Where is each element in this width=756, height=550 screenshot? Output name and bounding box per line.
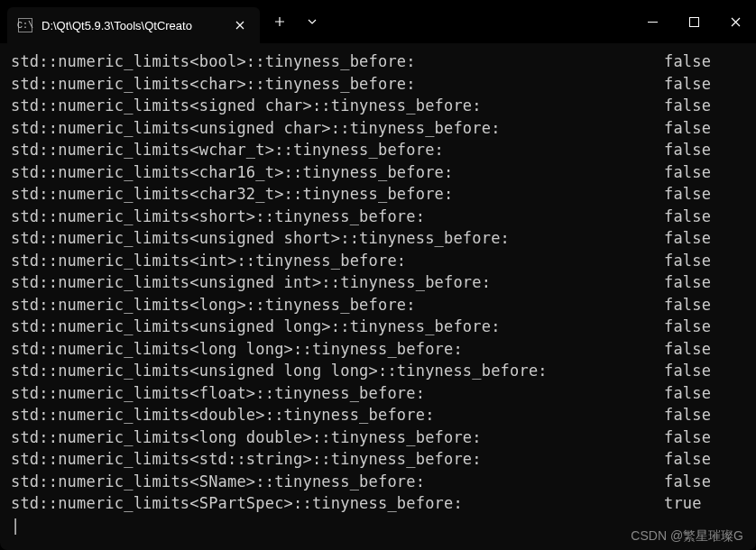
output-value: false (664, 117, 745, 140)
output-value: false (664, 50, 745, 73)
output-value: false (664, 471, 745, 493)
output-label: std::numeric_limits<float>::tinyness_bef… (11, 382, 425, 405)
terminal-output[interactable]: std::numeric_limits<bool>::tinyness_befo… (0, 43, 756, 550)
output-value: false (664, 404, 745, 426)
output-line: std::numeric_limits<wchar_t>::tinyness_b… (11, 139, 745, 161)
output-label: std::numeric_limits<SPartSpec>::tinyness… (11, 492, 463, 515)
output-line: std::numeric_limits<SName>::tinyness_bef… (11, 471, 745, 493)
output-line: std::numeric_limits<char>::tinyness_befo… (11, 73, 745, 96)
tab-dropdown-button[interactable] (296, 5, 328, 38)
output-value: false (664, 183, 745, 206)
output-line: std::numeric_limits<SPartSpec>::tinyness… (11, 492, 745, 515)
output-line: std::numeric_limits<unsigned long>::tiny… (11, 316, 745, 338)
output-label: std::numeric_limits<long long>::tinyness… (11, 338, 463, 361)
output-value: false (664, 206, 745, 228)
output-label: std::numeric_limits<unsigned long long>:… (11, 360, 548, 382)
output-value: false (664, 426, 745, 449)
output-value: false (664, 316, 745, 338)
output-line: std::numeric_limits<unsigned long long>:… (11, 360, 745, 382)
output-label: std::numeric_limits<std::string>::tinyne… (11, 448, 482, 471)
output-label: std::numeric_limits<long>::tinyness_befo… (11, 294, 416, 316)
output-label: std::numeric_limits<unsigned int>::tinyn… (11, 271, 491, 294)
terminal-icon: C:\ (18, 18, 32, 32)
svg-rect-1 (689, 17, 698, 26)
output-label: std::numeric_limits<signed char>::tinyne… (11, 95, 482, 117)
output-label: std::numeric_limits<char16_t>::tinyness_… (11, 161, 453, 184)
tab-title: D:\Qt\Qt5.9.3\Tools\QtCreato (41, 19, 222, 32)
window-controls (632, 4, 756, 40)
output-label: std::numeric_limits<unsigned char>::tiny… (11, 117, 501, 140)
output-label: std::numeric_limits<bool>::tinyness_befo… (11, 50, 416, 73)
watermark: CSDN @繁星璀璨G (631, 528, 743, 545)
active-tab[interactable]: C:\ D:\Qt\Qt5.9.3\Tools\QtCreato (7, 7, 260, 43)
output-value: false (664, 338, 745, 361)
output-line: std::numeric_limits<char16_t>::tinyness_… (11, 161, 745, 184)
output-label: std::numeric_limits<char32_t>::tinyness_… (11, 183, 453, 206)
output-label: std::numeric_limits<double>::tinyness_be… (11, 404, 435, 426)
output-line: std::numeric_limits<unsigned char>::tiny… (11, 117, 745, 140)
output-line: std::numeric_limits<std::string>::tinyne… (11, 448, 745, 471)
output-value: false (664, 271, 745, 294)
output-label: std::numeric_limits<SName>::tinyness_bef… (11, 471, 425, 493)
new-tab-button[interactable] (263, 5, 296, 38)
close-tab-button[interactable] (231, 16, 249, 34)
output-line: std::numeric_limits<char32_t>::tinyness_… (11, 183, 745, 206)
output-line: std::numeric_limits<signed char>::tinyne… (11, 95, 745, 117)
output-line: std::numeric_limits<unsigned short>::tin… (11, 227, 745, 250)
output-label: std::numeric_limits<wchar_t>::tinyness_b… (11, 139, 444, 161)
output-line: std::numeric_limits<long>::tinyness_befo… (11, 294, 745, 316)
output-value: false (664, 227, 745, 250)
output-value: false (664, 95, 745, 117)
output-label: std::numeric_limits<short>::tinyness_bef… (11, 206, 425, 228)
output-value: false (664, 360, 745, 382)
titlebar: C:\ D:\Qt\Qt5.9.3\Tools\QtCreato (0, 0, 756, 43)
output-value: false (664, 294, 745, 316)
output-value: false (664, 139, 745, 161)
output-line: std::numeric_limits<long long>::tinyness… (11, 338, 745, 361)
output-label: std::numeric_limits<int>::tinyness_befor… (11, 250, 406, 272)
close-window-button[interactable] (715, 4, 756, 40)
minimize-button[interactable] (632, 4, 673, 40)
output-line: std::numeric_limits<short>::tinyness_bef… (11, 206, 745, 228)
output-line: std::numeric_limits<unsigned int>::tinyn… (11, 271, 745, 294)
output-line: std::numeric_limits<bool>::tinyness_befo… (11, 50, 745, 73)
output-value: false (664, 448, 745, 471)
output-value: false (664, 382, 745, 405)
output-line: std::numeric_limits<double>::tinyness_be… (11, 404, 745, 426)
output-value: false (664, 73, 745, 96)
output-line: std::numeric_limits<long double>::tinyne… (11, 426, 745, 449)
output-value: false (664, 161, 745, 184)
output-label: std::numeric_limits<char>::tinyness_befo… (11, 73, 416, 96)
output-label: std::numeric_limits<unsigned long>::tiny… (11, 316, 501, 338)
output-value: false (664, 250, 745, 272)
maximize-button[interactable] (673, 4, 715, 40)
output-value: true (664, 492, 745, 515)
output-label: std::numeric_limits<long double>::tinyne… (11, 426, 482, 449)
output-label: std::numeric_limits<unsigned short>::tin… (11, 227, 510, 250)
output-line: std::numeric_limits<float>::tinyness_bef… (11, 382, 745, 405)
output-line: std::numeric_limits<int>::tinyness_befor… (11, 250, 745, 272)
svg-rect-0 (648, 22, 658, 23)
